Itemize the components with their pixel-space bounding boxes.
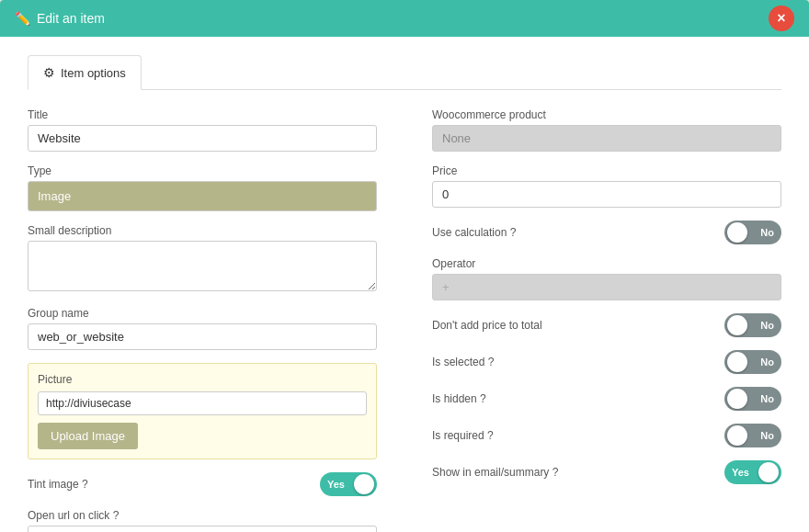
pencil-icon: ✏️ (15, 11, 29, 26)
close-icon: × (777, 10, 785, 27)
is-selected-toggle-knob (727, 352, 747, 372)
price-group: Price (432, 164, 781, 208)
is-required-toggle-knob (727, 425, 747, 446)
gear-icon: ⚙ (43, 65, 55, 80)
show-email-group: Show in email/summary ? Yes (432, 460, 781, 484)
woocommerce-input[interactable] (432, 125, 781, 152)
tint-label: Tint image ? (28, 478, 88, 491)
operator-group: Operator (432, 257, 781, 300)
upload-image-button[interactable]: Upload Image (38, 423, 138, 449)
modal-title-text: Edit an item (37, 11, 105, 26)
open-url-group: Open url on click ? (28, 509, 377, 532)
is-selected-label: Is selected ? (432, 356, 494, 368)
group-name-input[interactable] (28, 323, 377, 350)
picture-row (38, 391, 367, 415)
modal-body: ⚙ Item options Title Type Image (0, 37, 809, 532)
is-required-toggle-text: No (760, 430, 774, 441)
is-selected-group: Is selected ? No (432, 350, 781, 374)
is-selected-toggle[interactable]: No (724, 350, 781, 374)
dont-add-group: Don't add price to total No (432, 313, 781, 337)
modal-title: ✏️ Edit an item (15, 11, 105, 26)
price-label: Price (432, 164, 781, 177)
is-hidden-toggle[interactable]: No (724, 387, 781, 411)
type-group: Type Image (28, 164, 377, 211)
open-url-label: Open url on click ? (28, 509, 377, 522)
is-hidden-toggle-knob (727, 389, 747, 409)
show-email-label: Show in email/summary ? (432, 466, 558, 479)
tint-toggle[interactable]: Yes (320, 472, 377, 496)
is-required-group: Is required ? No (432, 424, 781, 447)
title-input[interactable] (28, 125, 377, 152)
open-url-input[interactable] (28, 526, 377, 532)
group-name-label: Group name (28, 307, 377, 320)
picture-url-input[interactable] (38, 391, 367, 415)
woocommerce-label: Woocommerce product (432, 108, 781, 121)
is-required-label: Is required ? (432, 429, 494, 442)
dont-add-toggle-text: No (760, 320, 774, 331)
is-required-toggle[interactable]: No (724, 424, 781, 447)
close-button[interactable]: × (769, 6, 794, 31)
tint-image-group: Tint image ? Yes (28, 472, 377, 496)
use-calc-group: Use calculation ? No (432, 221, 781, 244)
modal: ✏️ Edit an item × ⚙ Item options Title (0, 0, 809, 532)
tabs-bar: ⚙ Item options (28, 55, 781, 90)
title-group: Title (28, 108, 377, 152)
use-calc-toggle[interactable]: No (724, 221, 781, 244)
group-name-group: Group name (28, 307, 377, 350)
use-calc-toggle-knob (727, 222, 747, 243)
tab-item-options-label: Item options (61, 66, 126, 80)
dont-add-toggle[interactable]: No (724, 313, 781, 337)
is-hidden-label: Is hidden ? (432, 392, 486, 405)
form-grid: Title Type Image Small description Group… (28, 108, 781, 532)
small-desc-label: Small description (28, 224, 377, 237)
tint-toggle-knob (354, 474, 374, 494)
tint-toggle-text: Yes (327, 479, 345, 490)
type-select[interactable]: Image (28, 181, 377, 211)
small-desc-group: Small description (28, 224, 377, 294)
woocommerce-group: Woocommerce product (432, 108, 781, 152)
is-hidden-toggle-text: No (760, 393, 774, 404)
use-calc-label: Use calculation ? (432, 226, 516, 239)
show-email-toggle-text: Yes (732, 467, 749, 478)
modal-header: ✏️ Edit an item × (0, 0, 809, 37)
operator-label: Operator (432, 257, 781, 270)
small-desc-input[interactable] (28, 241, 377, 291)
right-column: Woocommerce product Price Use calculatio… (432, 108, 781, 532)
dont-add-label: Don't add price to total (432, 319, 542, 332)
tab-item-options[interactable]: ⚙ Item options (28, 55, 142, 90)
left-column: Title Type Image Small description Group… (28, 108, 377, 532)
dont-add-toggle-knob (727, 315, 747, 335)
picture-group: Picture Upload Image (28, 363, 377, 459)
is-hidden-group: Is hidden ? No (432, 387, 781, 411)
type-label: Type (28, 164, 377, 177)
use-calc-toggle-text: No (760, 227, 774, 238)
show-email-toggle-knob (758, 462, 779, 482)
picture-label: Picture (38, 373, 367, 386)
show-email-toggle[interactable]: Yes (724, 460, 781, 484)
price-input[interactable] (432, 181, 781, 208)
is-selected-toggle-text: No (760, 357, 774, 368)
title-label: Title (28, 108, 377, 121)
operator-input[interactable] (432, 274, 781, 300)
